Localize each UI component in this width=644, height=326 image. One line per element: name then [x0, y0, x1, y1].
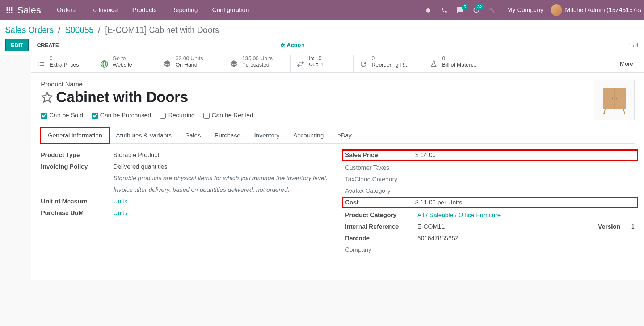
apps-icon[interactable] — [3, 4, 16, 17]
right-column: Sales Price$ 14.00 Customer Taxes TaxClo… — [345, 152, 635, 258]
svg-point-11 — [612, 98, 613, 99]
cabinet-icon — [598, 84, 631, 117]
product-type-value: Storable Product — [113, 152, 331, 159]
boxes-icon — [163, 59, 172, 69]
help-text-2: Invoice after delivery, based on quantit… — [113, 186, 331, 194]
avatar[interactable] — [551, 4, 562, 16]
can-be-rented-check[interactable]: Can be Rented — [203, 112, 253, 119]
stat-website[interactable]: Go toWebsite — [94, 55, 157, 72]
tab-inventory[interactable]: Inventory — [247, 127, 286, 144]
activities-icon[interactable]: 32 — [470, 4, 483, 17]
stat-reordering[interactable]: 0Reordering R... — [354, 55, 424, 72]
tab-sales[interactable]: Sales — [178, 127, 208, 144]
version-value: 1 — [631, 223, 635, 230]
action-menu[interactable]: Action — [280, 42, 305, 48]
page-header: Sales Orders / S00055 / [E-COM11] Cabine… — [0, 20, 644, 55]
avatax-label: Avatax Category — [345, 187, 390, 195]
cost-value: $ 11.00 — [415, 199, 436, 206]
puom-label: Purchase UoM — [41, 209, 113, 217]
brand[interactable]: Sales — [17, 5, 41, 16]
action-label: Action — [287, 42, 305, 48]
create-button[interactable]: CREATE — [32, 39, 64, 51]
globe-icon — [100, 59, 109, 69]
category-label: Product Category — [345, 212, 417, 219]
can-be-sold-check[interactable]: Can be Sold — [41, 112, 83, 119]
svg-rect-8 — [11, 12, 12, 13]
svg-point-12 — [616, 98, 617, 99]
messages-badge: 5 — [462, 4, 468, 9]
svg-rect-2 — [11, 7, 12, 9]
cost-label: Cost — [345, 199, 415, 206]
stat-extra-prices[interactable]: 0Extra Prices — [31, 55, 94, 72]
sales-price-value: $ 14.00 — [415, 152, 635, 159]
sales-price-label: Sales Price — [345, 152, 415, 159]
cost-unit: per Units — [437, 199, 462, 206]
user-menu[interactable]: Mitchell Admin (15745157-s — [565, 7, 641, 14]
nav-products[interactable]: Products — [125, 7, 164, 14]
stat-forecasted[interactable]: 135.00 UnitsForecasted — [224, 55, 291, 72]
invoicing-policy-value: Delivered quantities — [113, 163, 331, 170]
pager[interactable]: 1 / 1 — [628, 42, 639, 48]
tab-purchase[interactable]: Purchase — [207, 127, 247, 144]
tab-accounting[interactable]: Accounting — [286, 127, 331, 144]
product-image[interactable] — [594, 80, 635, 120]
product-type-label: Product Type — [41, 152, 113, 159]
svg-rect-5 — [11, 9, 12, 11]
category-value[interactable]: All / Saleable / Office Furniture — [417, 212, 635, 219]
messages-icon[interactable]: 5 — [454, 4, 467, 17]
boxes-icon — [229, 59, 239, 69]
recurring-check[interactable]: Recurring — [160, 112, 195, 119]
nav-configuration[interactable]: Configuration — [205, 7, 256, 14]
activities-badge: 32 — [475, 4, 484, 9]
bug-icon[interactable] — [422, 4, 435, 17]
iref-label: Internal Reference — [345, 223, 417, 230]
phone-icon[interactable] — [438, 4, 451, 17]
help-text-1: Storable products are physical items for… — [113, 175, 331, 182]
breadcrumb: Sales Orders / S00055 / [E-COM11] Cabine… — [5, 25, 639, 35]
svg-rect-7 — [9, 12, 10, 13]
company-selector[interactable]: My Company — [507, 7, 543, 14]
left-column: Product TypeStorable Product Invoicing P… — [41, 152, 331, 258]
stat-onhand[interactable]: 32.00 UnitsOn Hand — [157, 55, 224, 72]
arrows-icon — [296, 59, 305, 69]
sales-price-row: Sales Price$ 14.00 — [343, 151, 637, 160]
stat-bom[interactable]: 0Bill of Materi... — [424, 55, 494, 72]
company-label: Company — [345, 246, 417, 254]
flask-icon — [429, 59, 438, 69]
svg-rect-4 — [9, 9, 10, 11]
breadcrumb-order[interactable]: S00055 — [65, 25, 93, 35]
can-be-purchased-check[interactable]: Can be Purchased — [92, 112, 151, 119]
puom-value[interactable]: Units — [113, 209, 331, 217]
breadcrumb-sales-orders[interactable]: Sales Orders — [5, 25, 54, 35]
tab-attributes-variants[interactable]: Attributes & Variants — [109, 127, 178, 144]
tab-general-information[interactable]: General Information — [41, 127, 109, 144]
edit-button[interactable]: EDIT — [5, 39, 29, 51]
product-title: Cabinet with Doors — [56, 89, 188, 105]
version-label: Version — [598, 223, 620, 230]
svg-rect-6 — [7, 12, 8, 13]
taxcloud-label: TaxCloud Category — [345, 176, 397, 183]
refresh-icon — [359, 59, 368, 69]
form-content: 0Extra Prices Go toWebsite 32.00 UnitsOn… — [31, 55, 644, 280]
top-nav: Sales Orders To Invoice Products Reporti… — [0, 0, 644, 20]
list-icon — [37, 59, 46, 69]
stat-transfers[interactable]: In: 0Out: 1 — [291, 55, 354, 72]
uom-value[interactable]: Units — [113, 198, 331, 205]
invoicing-policy-label: Invoicing Policy — [41, 163, 113, 170]
nav-orders[interactable]: Orders — [50, 7, 83, 14]
product-name-label: Product Name — [41, 81, 635, 88]
cost-row: Cost$ 11.00 per Units — [343, 198, 637, 207]
breadcrumb-current: [E-COM11] Cabinet with Doors — [105, 25, 219, 35]
star-icon[interactable] — [41, 91, 53, 103]
tools-icon[interactable] — [485, 4, 498, 17]
nav-to-invoice[interactable]: To Invoice — [83, 7, 125, 14]
tabs: General Information Attributes & Variant… — [41, 127, 635, 144]
barcode-label: Barcode — [345, 235, 417, 242]
stat-more[interactable]: More — [609, 55, 644, 72]
svg-line-13 — [604, 109, 605, 114]
iref-value: E-COM11 — [417, 223, 598, 230]
barcode-value: 601647855652 — [417, 235, 635, 242]
nav-reporting[interactable]: Reporting — [164, 7, 205, 14]
svg-line-14 — [623, 109, 625, 114]
tab-ebay[interactable]: eBay — [331, 127, 358, 144]
